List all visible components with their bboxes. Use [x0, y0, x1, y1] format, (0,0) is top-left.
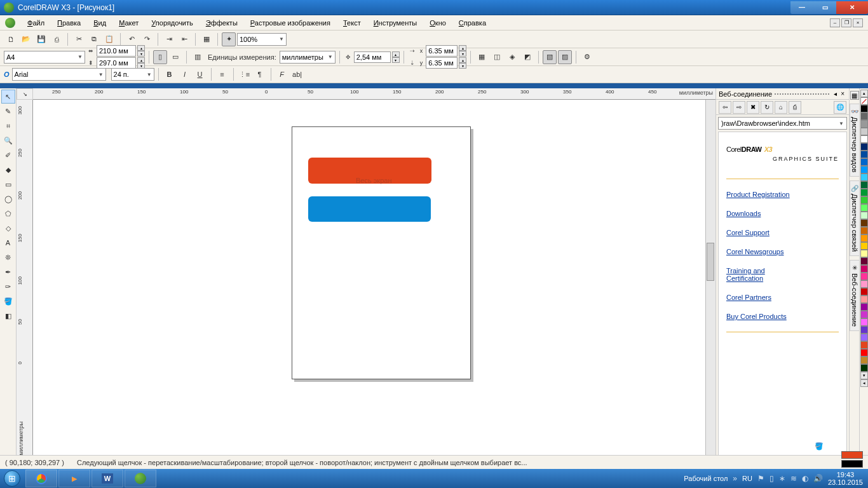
- paper-size-select[interactable]: A4 ▼: [4, 51, 85, 64]
- interactive-fill-tool[interactable]: ◧: [1, 309, 15, 323]
- menu-text[interactable]: Текст: [337, 17, 367, 29]
- color-swatch[interactable]: [860, 181, 868, 189]
- tray-battery-icon[interactable]: ▯: [770, 474, 774, 483]
- dropcap-button[interactable]: ¶: [253, 67, 267, 81]
- paste-button[interactable]: 📋: [102, 32, 116, 46]
- color-swatch[interactable]: [860, 288, 868, 295]
- menu-bitmaps[interactable]: Растровые изображения: [245, 17, 336, 29]
- docker-close-button[interactable]: ×: [839, 90, 846, 97]
- tray-volume-icon[interactable]: 🔊: [813, 474, 823, 483]
- vertical-ruler[interactable]: миллиметры 300250200150100500: [17, 100, 33, 458]
- color-swatch[interactable]: [860, 341, 868, 349]
- spinner-up[interactable]: ▴: [137, 45, 145, 51]
- no-color-swatch[interactable]: [860, 97, 868, 105]
- fill-tool[interactable]: 🪣: [1, 294, 15, 308]
- color-swatch[interactable]: [860, 356, 868, 364]
- color-swatch[interactable]: [860, 189, 868, 196]
- color-swatch[interactable]: [860, 318, 868, 326]
- color-swatch[interactable]: [860, 364, 868, 372]
- browser-globe-button[interactable]: 🌐: [834, 101, 846, 114]
- welcome-screen-button[interactable]: ✦: [222, 32, 236, 46]
- print-button[interactable]: ⎙: [50, 32, 64, 46]
- color-swatch[interactable]: [860, 311, 868, 318]
- freehand-tool[interactable]: ✐: [1, 148, 15, 162]
- menu-window[interactable]: Окно: [424, 17, 452, 29]
- color-swatch[interactable]: [860, 280, 868, 288]
- color-swatch[interactable]: [860, 257, 868, 265]
- color-swatch[interactable]: [860, 143, 868, 151]
- treat-as-filled-button[interactable]: ▧: [543, 50, 557, 64]
- spinner-up[interactable]: ▴: [392, 51, 400, 57]
- spinner-down[interactable]: ▾: [137, 51, 145, 57]
- edit-text-button[interactable]: ab|: [290, 67, 304, 81]
- mdi-minimize-button[interactable]: –: [830, 18, 840, 27]
- start-button[interactable]: [0, 469, 24, 488]
- drawing-canvas[interactable]: Весь экран: [33, 100, 705, 458]
- ellipse-tool[interactable]: ◯: [1, 192, 15, 206]
- char-format-button[interactable]: F: [275, 67, 289, 81]
- options-button[interactable]: ⚙: [580, 50, 594, 64]
- color-swatch[interactable]: [860, 295, 868, 303]
- page[interactable]: Весь экран: [292, 126, 471, 379]
- rectangle-tool[interactable]: ▭: [1, 177, 15, 191]
- taskbar-word[interactable]: W: [92, 470, 123, 487]
- desktop-chevron-icon[interactable]: »: [733, 474, 737, 483]
- shape-tool[interactable]: ✎: [1, 104, 15, 118]
- color-swatch[interactable]: [860, 212, 868, 219]
- menu-view[interactable]: Вид: [88, 17, 112, 29]
- landscape-button[interactable]: ▭: [168, 50, 182, 64]
- copy-button[interactable]: ⧉: [87, 32, 101, 46]
- color-swatch[interactable]: [860, 135, 868, 143]
- menu-effects[interactable]: Эффекты: [200, 17, 243, 29]
- window-minimize-button[interactable]: —: [790, 1, 813, 14]
- browser-refresh-button[interactable]: ↻: [761, 101, 773, 114]
- browser-stop-button[interactable]: ✖: [747, 101, 759, 114]
- tray-flag-icon[interactable]: ⚑: [757, 474, 764, 483]
- tab-web-connector[interactable]: ✳Веб-соединение: [850, 260, 860, 331]
- color-swatch[interactable]: [860, 151, 868, 158]
- zoom-level-select[interactable]: 100% ▼: [237, 33, 287, 46]
- docker-expand-button[interactable]: ▦: [850, 91, 859, 100]
- spinner-down[interactable]: ▾: [392, 57, 400, 63]
- cut-button[interactable]: ✂: [72, 32, 86, 46]
- color-swatch[interactable]: [860, 128, 868, 135]
- app-launcher-button[interactable]: ▦: [200, 32, 214, 46]
- underline-button[interactable]: U: [193, 67, 207, 81]
- taskbar-chrome[interactable]: [25, 470, 57, 487]
- system-clock[interactable]: 19:43 23.10.2015: [828, 471, 863, 486]
- palette-scroll-up[interactable]: ▴: [860, 90, 868, 97]
- font-size-select[interactable]: 24 п. ▼: [111, 68, 154, 81]
- draw-complex-button[interactable]: ▨: [558, 50, 572, 64]
- menu-help[interactable]: Справка: [453, 17, 492, 29]
- link-product-registration[interactable]: Product Registration: [726, 191, 839, 198]
- color-swatch[interactable]: [860, 105, 868, 112]
- dup-y-value[interactable]: 6.35 мм: [428, 59, 454, 67]
- portrait-button[interactable]: ▯: [153, 50, 167, 64]
- color-swatch[interactable]: [860, 166, 868, 173]
- interactive-blend-tool[interactable]: ❊: [1, 250, 15, 264]
- horizontal-ruler[interactable]: миллиметры 25020015010050050100150200250…: [33, 88, 715, 100]
- redo-button[interactable]: ↷: [140, 32, 154, 46]
- tab-view-manager[interactable]: 👓Диспетчер видов: [850, 104, 860, 177]
- ruler-origin[interactable]: ↘: [17, 88, 33, 100]
- taskbar-coreldraw[interactable]: [125, 470, 156, 487]
- link-corel-partners[interactable]: Corel Partners: [726, 294, 839, 301]
- export-button[interactable]: ⇤: [177, 32, 191, 46]
- open-button[interactable]: 📂: [19, 32, 33, 46]
- page-height-value[interactable]: 297.0 мм: [99, 59, 128, 67]
- language-indicator[interactable]: RU: [742, 475, 752, 482]
- text-tool[interactable]: A: [1, 236, 15, 250]
- color-swatch[interactable]: [860, 173, 868, 181]
- smart-fill-tool[interactable]: ◆: [1, 163, 15, 177]
- browser-address-bar[interactable]: )raw\Drawbrowser\index.htm ▼: [718, 117, 847, 130]
- menu-layout[interactable]: Макет: [113, 17, 144, 29]
- link-buy-corel-products[interactable]: Buy Corel Products: [726, 313, 839, 320]
- color-swatch[interactable]: [860, 204, 868, 212]
- taskbar-mediaplayer[interactable]: ▶: [58, 470, 90, 487]
- mdi-close-button[interactable]: ×: [853, 18, 863, 27]
- page-width-value[interactable]: 210.0 мм: [99, 47, 128, 55]
- link-corel-support[interactable]: Corel Support: [726, 229, 839, 236]
- snap-objects-button[interactable]: ◈: [505, 50, 519, 64]
- browser-back-button[interactable]: ⇦: [719, 101, 731, 114]
- link-corel-newsgroups[interactable]: Corel Newsgroups: [726, 248, 839, 255]
